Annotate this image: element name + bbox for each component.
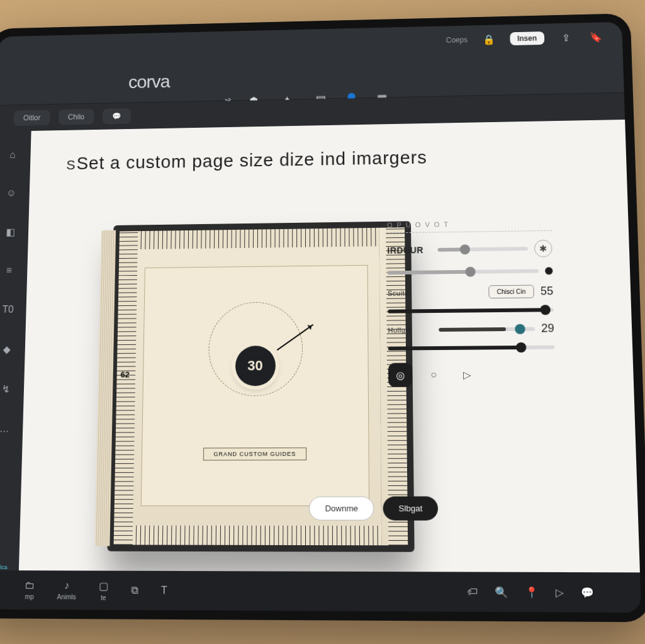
book-caption: GRAND CUSTOM GUIDES — [203, 448, 306, 461]
ruler-bottom — [114, 526, 381, 546]
home-pill[interactable]: Insen — [510, 31, 544, 45]
pages-edge — [94, 230, 116, 546]
secondary-action-button[interactable]: Slbgat — [383, 496, 439, 520]
bottom-crop[interactable]: ⧉ — [131, 584, 138, 596]
sidebar-text-icon[interactable]: T0 — [0, 297, 20, 322]
sidebar-media-icon[interactable]: ↯ — [0, 376, 18, 402]
text-tool-icon: T — [161, 585, 167, 597]
bottom-text[interactable]: T — [161, 585, 167, 597]
slider-row-hollgis: Hollgis 29 — [388, 322, 554, 336]
slider-row-scuits: Scuits Chisci Cin 55 — [388, 285, 554, 300]
bookmark-icon[interactable]: 🔖 — [586, 28, 605, 45]
download-button[interactable]: Downme — [309, 497, 374, 521]
center-value-badge: 30 — [235, 346, 275, 386]
star-icon[interactable]: ✱ — [534, 240, 552, 257]
side-number: 62 — [120, 370, 130, 380]
page-heading: SSet a custom page size dize ind imarger… — [66, 145, 601, 174]
dot-icon[interactable] — [545, 267, 553, 274]
sidebar-shapes-icon[interactable]: ◆ — [0, 337, 20, 362]
properties-panel: O P U O V O T IRDUUR ✱ — [387, 219, 556, 387]
bottom-animate[interactable]: ♪Animls — [57, 580, 76, 601]
app-logo[interactable]: corva — [128, 71, 170, 92]
brand-hint: Coeps — [446, 36, 468, 45]
tab-editor[interactable]: Oitlor — [13, 110, 50, 126]
ruler-left — [114, 231, 138, 545]
share-icon[interactable]: ⇪ — [557, 29, 575, 46]
crop-icon: ⧉ — [131, 584, 138, 596]
play-icon[interactable]: ▷ — [454, 363, 479, 387]
lock-icon[interactable]: 🔒 — [480, 31, 497, 48]
bottom-file[interactable]: 🗀mp — [24, 580, 35, 601]
slider-label-hollgis: Hollgis — [388, 325, 432, 334]
search-icon[interactable]: 🔍 — [495, 585, 508, 598]
inner-page-card: 30 GRAND CUSTOM GUIDES — [141, 265, 369, 506]
tag-icon[interactable]: 🏷 — [467, 585, 478, 598]
note-icon: ♪ — [64, 580, 69, 592]
sidebar-chat-icon[interactable]: ⌂ — [0, 143, 25, 167]
value-55: 55 — [540, 285, 553, 298]
slider-row-3 — [388, 308, 554, 314]
tab-icon-chat[interactable]: 💬 — [103, 108, 132, 124]
panel-mini-actions: ◎ ○ ▷ — [388, 362, 556, 387]
slider-row-irduur: IRDUUR ✱ — [387, 240, 552, 259]
slider-4[interactable] — [388, 345, 555, 350]
canvas-area: SSet a custom page size dize ind imarger… — [19, 120, 640, 572]
slider-3[interactable] — [388, 308, 554, 314]
pin-icon[interactable]: 📍 — [525, 585, 538, 598]
slider-row-4 — [388, 345, 555, 350]
value-29: 29 — [541, 322, 554, 335]
box-icon: ▢ — [99, 580, 108, 592]
slider-hollgis[interactable] — [439, 327, 535, 331]
target-icon[interactable]: ◎ — [388, 363, 413, 387]
slider-label-irduur: IRDUUR — [387, 245, 431, 256]
chat-bubble-icon[interactable]: 💬 — [581, 586, 595, 599]
panel-section-hint: O P U O V O T — [387, 219, 552, 233]
bottom-box[interactable]: ▢te — [99, 580, 109, 601]
file-icon: 🗀 — [25, 580, 35, 592]
slider-label-scuits: Scuits — [388, 289, 432, 297]
tab-secondary[interactable]: Chilo — [58, 109, 94, 125]
sidebar-more-icon[interactable]: … — [0, 416, 17, 441]
tablet-device: Coeps 🔒 Insen ⇪ 🔖 corva ༄ ☗ ✦P.0 © B ▤ 👤… — [0, 13, 645, 622]
chip-preset[interactable]: Chisci Cin — [488, 285, 534, 298]
sidebar-footer-label: • Vica — [0, 564, 8, 570]
sidebar-layers-icon[interactable]: ≡ — [0, 258, 21, 283]
slider-irduur[interactable] — [438, 247, 528, 252]
sidebar-face-icon[interactable]: ☺ — [0, 181, 24, 206]
slider-row-2 — [388, 267, 553, 276]
cursor-icon[interactable]: ▷ — [556, 586, 564, 599]
bottom-toolbar: 🗀mp ♪Animls ▢te ⧉ T 🏷 🔍 📍 ▷ 💬 — [0, 570, 641, 613]
slider-2[interactable] — [388, 269, 539, 275]
sidebar-bookmark-icon[interactable]: ◧ — [0, 220, 23, 244]
circle-icon[interactable]: ○ — [422, 363, 446, 387]
canvas-actions: Downme Slbgat — [309, 496, 438, 520]
ruler-top — [119, 228, 379, 250]
app-screen: Coeps 🔒 Insen ⇪ 🔖 corva ༄ ☗ ✦P.0 © B ▤ 👤… — [0, 22, 641, 613]
